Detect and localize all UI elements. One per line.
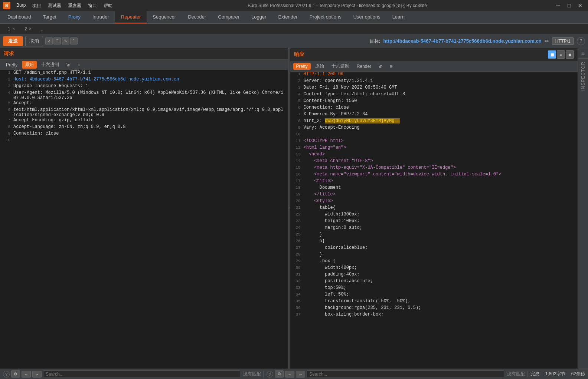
request-status-help[interactable]: ? <box>3 371 10 378</box>
statusbar-stats: 完成 1,802字节 62毫秒 <box>527 371 585 377</box>
view-btn-block[interactable]: ◼ <box>566 50 574 59</box>
tab-dashboard[interactable]: Dashboard <box>1 11 37 23</box>
request-line-2: 2Host: 4bdaceab-5467-4b77-b741-2775c566d… <box>0 77 288 83</box>
response-line-32: 32 position:absolute; <box>290 279 578 285</box>
cancel-button[interactable]: 取消 <box>25 36 43 46</box>
response-no-match: 没有匹配 <box>507 371 525 377</box>
tab-project-options[interactable]: Project options <box>304 11 347 23</box>
response-line-37: 37 box-sizing:border-box; <box>290 312 578 319</box>
response-line-19: 19 </title> <box>290 192 578 198</box>
nav-left-button[interactable]: < <box>45 37 53 45</box>
menu-repeater[interactable]: 重发器 <box>65 2 84 10</box>
request-line-10: 10 <box>0 138 288 144</box>
request-tab-newline[interactable]: \n <box>63 62 73 68</box>
response-tab-menu[interactable]: ≡ <box>387 63 395 70</box>
response-line-15: 15 <meta http-equiv="X-UA-Compatible" co… <box>290 165 578 172</box>
response-line-29: 29 .box { <box>290 258 578 265</box>
tab-repeater[interactable]: Repeater <box>115 11 147 23</box>
tab-learn[interactable]: Learn <box>386 11 411 23</box>
view-mode-buttons: ▦ ≡ ◼ <box>548 50 574 59</box>
response-tab-pretty[interactable]: Pretty <box>293 63 311 70</box>
response-tab-render[interactable]: Render <box>354 63 374 70</box>
titlebar-menu: Burp 项目 测试器 重发器 窗口 帮助 <box>13 2 115 10</box>
view-btn-grid[interactable]: ▦ <box>548 50 556 59</box>
request-line-1: 1GET /admin_unctf.php HTTP/1.1 <box>0 70 288 77</box>
subtab-1-close[interactable]: × <box>12 26 15 32</box>
minimize-button[interactable]: ─ <box>553 2 563 9</box>
request-tab-raw[interactable]: 原始 <box>22 61 37 69</box>
response-tab-newline[interactable]: \n <box>376 63 385 70</box>
response-line-20: 20 <style> <box>290 198 578 205</box>
response-line-18: 18 Document <box>290 185 578 192</box>
response-statusbar: ? ⚙ ← → 没有匹配 <box>263 370 525 378</box>
nav-right-button[interactable]: > <box>62 37 69 45</box>
response-line-34: 34 left:50%; <box>290 292 578 299</box>
send-button[interactable]: 发送 <box>3 36 23 46</box>
request-tab-pretty[interactable]: Pretty <box>3 62 20 68</box>
response-status-help[interactable]: ? <box>267 371 273 378</box>
response-line-22: 22 width:1300px; <box>290 212 578 218</box>
request-header: 请求 <box>0 48 288 60</box>
tab-intruder[interactable]: Intruder <box>86 11 115 23</box>
tab-comparer[interactable]: Comparer <box>212 11 245 23</box>
response-line-35: 35 transform:translate(-50%, -50%); <box>290 299 578 305</box>
edit-target-icon[interactable]: ✏ <box>545 38 549 44</box>
nav-right-down-button[interactable]: ˅ <box>70 37 78 45</box>
tab-logger[interactable]: Logger <box>245 11 272 23</box>
tab-extender[interactable]: Extender <box>272 11 304 23</box>
subtab-2[interactable]: 2 × <box>20 25 36 33</box>
menu-help[interactable]: 帮助 <box>101 2 115 10</box>
response-search-input[interactable] <box>307 370 504 378</box>
response-line-10: 10 <box>290 132 578 138</box>
response-toolbar: Pretty 原始 十六进制 Render \n ≡ <box>290 61 578 72</box>
request-status-back[interactable]: ← <box>22 371 31 378</box>
nav-buttons: < ˅ > ˅ <box>45 37 78 45</box>
subtab-ellipsis[interactable]: ... <box>36 26 46 32</box>
subtab-1[interactable]: 1 × <box>3 25 20 33</box>
status-done: 完成 <box>530 371 539 377</box>
subtab-2-close[interactable]: × <box>29 26 32 32</box>
view-btn-list[interactable]: ≡ <box>557 50 565 59</box>
tab-decoder[interactable]: Decoder <box>182 11 212 23</box>
response-line-3: 3Date: Fri, 18 Nov 2022 06:50:40 GMT <box>290 85 578 92</box>
request-tab-menu[interactable]: ≡ <box>75 62 83 68</box>
inspector-menu-icon[interactable]: ≡ <box>578 48 588 59</box>
menu-tester[interactable]: 测试器 <box>45 2 64 10</box>
tab-sequencer[interactable]: Sequencer <box>147 11 182 23</box>
response-status-settings[interactable]: ⚙ <box>275 370 284 378</box>
request-line-9: 9Connection: close <box>0 131 288 138</box>
response-line-7: 7X-Powered-By: PHP/7.2.34 <box>290 112 578 118</box>
main-tabbar: Dashboard Target Proxy Intruder Repeater… <box>0 11 588 24</box>
nav-left-down-button[interactable]: ˅ <box>53 37 61 45</box>
response-header: 响应 ▦ ≡ ◼ <box>290 48 578 61</box>
request-search-input[interactable] <box>43 370 240 378</box>
help-button[interactable]: ? <box>577 37 585 45</box>
main-content: 请求 Pretty 原始 十六进制 \n ≡ 1GET /admin_unctf… <box>0 48 588 369</box>
request-content[interactable]: 1GET /admin_unctf.php HTTP/1.1 2Host: 4b… <box>0 70 288 369</box>
request-tab-hex[interactable]: 十六进制 <box>38 61 62 69</box>
response-tab-hex[interactable]: 十六进制 <box>329 62 352 70</box>
tab-proxy[interactable]: Proxy <box>62 11 86 23</box>
menu-burp[interactable]: Burp <box>13 2 29 10</box>
request-line-5: 5Accept: <box>0 100 288 107</box>
request-status-forward[interactable]: → <box>32 371 42 378</box>
response-content[interactable]: 1HTTP/1.1 200 OK 2Server: openresty/1.21… <box>290 72 578 369</box>
tab-target[interactable]: Target <box>37 11 62 23</box>
menu-window[interactable]: 窗口 <box>85 2 100 10</box>
menu-project[interactable]: 项目 <box>29 2 44 10</box>
request-line-3: 3Upgrade-Insecure-Requests: 1 <box>0 83 288 90</box>
inspector-label: INSPECTOR <box>581 59 586 94</box>
close-button[interactable]: ✕ <box>575 2 585 9</box>
response-line-26: 26 a{ <box>290 238 578 245</box>
request-statusbar: ? ⚙ ← → 没有匹配 <box>3 370 261 378</box>
response-panel: 响应 ▦ ≡ ◼ Pretty 原始 十六进制 Render \n ≡ 1HTT… <box>290 48 578 369</box>
maximize-button[interactable]: □ <box>564 2 574 9</box>
response-line-24: 24 margin:0 auto; <box>290 225 578 232</box>
response-status-forward[interactable]: → <box>296 371 305 378</box>
response-tab-raw[interactable]: 原始 <box>312 62 327 70</box>
request-status-settings[interactable]: ⚙ <box>11 370 20 378</box>
response-status-back[interactable]: ← <box>285 371 294 378</box>
titlebar: B Burp 项目 测试器 重发器 窗口 帮助 Burp Suite Profe… <box>0 0 588 11</box>
response-line-2: 2Server: openresty/1.21.4.1 <box>290 78 578 85</box>
tab-user-options[interactable]: User options <box>347 11 386 23</box>
